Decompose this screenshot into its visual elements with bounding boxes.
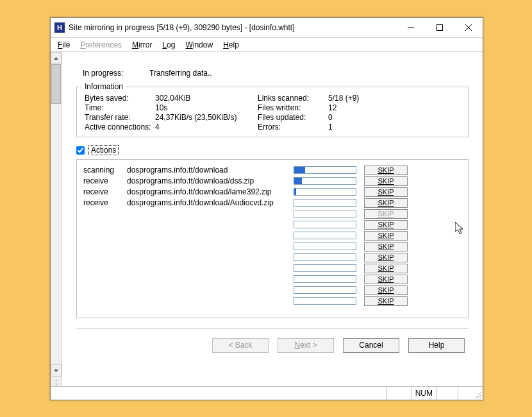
action-url: dosprograms.info.tt/download bbox=[127, 166, 294, 174]
window-buttons bbox=[396, 18, 483, 37]
maximize-button[interactable] bbox=[425, 18, 454, 37]
actions-label[interactable]: Actions bbox=[88, 145, 119, 155]
value-links-scanned: 5/18 (+9) bbox=[328, 94, 386, 103]
progress-bar bbox=[294, 286, 356, 294]
svg-line-8 bbox=[480, 397, 481, 398]
action-row: receivedosprograms.info.tt/download/Audi… bbox=[83, 198, 461, 208]
status-cell-1 bbox=[386, 387, 411, 400]
progress-bar bbox=[294, 221, 356, 228]
scroll-status-dot: ; bbox=[51, 377, 62, 386]
skip-button[interactable]: SKIP bbox=[364, 285, 408, 295]
content-pane: In progress: Transferring data.. Informa… bbox=[62, 52, 483, 386]
minimize-icon bbox=[408, 24, 414, 31]
scroll-thumb[interactable] bbox=[51, 64, 61, 104]
progress-bar bbox=[294, 243, 356, 250]
label-time: Time: bbox=[85, 103, 155, 112]
app-window: H Site mirroring in progress [5/18 (+9),… bbox=[50, 17, 483, 400]
wizard-buttons: < Back Next > Cancel Help bbox=[76, 338, 469, 353]
progress-fill bbox=[294, 189, 296, 195]
vertical-scrollbar[interactable]: ; bbox=[51, 52, 62, 386]
help-button[interactable]: Help bbox=[408, 338, 465, 353]
label-active-connections: Active connections: bbox=[85, 123, 155, 132]
value-transfer-rate: 24,37KiB/s (23,50KiB/s) bbox=[155, 113, 258, 122]
action-row: SKIP bbox=[83, 219, 461, 230]
progress-bar bbox=[294, 253, 356, 261]
action-type: receive bbox=[83, 198, 127, 207]
status-cell-3 bbox=[436, 387, 458, 400]
progress-bar bbox=[294, 264, 356, 272]
action-row: receivedosprograms.info.tt/download/dss.… bbox=[83, 176, 461, 186]
value-errors: 1 bbox=[328, 123, 386, 132]
progress-fill bbox=[294, 178, 302, 184]
skip-button[interactable]: SKIP bbox=[364, 176, 408, 186]
maximize-icon bbox=[436, 24, 443, 31]
app-icon: H bbox=[54, 22, 65, 33]
menubar: File Preferences Mirror Log Window Help bbox=[51, 38, 483, 52]
menu-window[interactable]: Window bbox=[181, 40, 217, 50]
label-files-updated: Files updated: bbox=[258, 113, 328, 122]
action-row: SKIP bbox=[83, 285, 461, 295]
action-row: SKIP bbox=[83, 252, 461, 262]
skip-button[interactable]: SKIP bbox=[364, 242, 408, 251]
chevron-down-icon bbox=[54, 370, 58, 372]
value-active-connections: 4 bbox=[155, 123, 258, 132]
scroll-up-button[interactable] bbox=[51, 52, 62, 64]
scroll-down-button[interactable] bbox=[51, 364, 62, 377]
resize-grip-icon bbox=[473, 390, 482, 399]
action-row: receivedosprograms.info.tt/download/lame… bbox=[83, 187, 461, 197]
skip-button[interactable]: SKIP bbox=[364, 231, 408, 241]
skip-button[interactable]: SKIP bbox=[364, 264, 408, 273]
menu-file[interactable]: File bbox=[53, 40, 74, 50]
action-row: SKIP bbox=[83, 241, 461, 251]
separator bbox=[76, 328, 469, 329]
progress-bar bbox=[294, 210, 356, 217]
skip-button[interactable]: SKIP bbox=[364, 253, 408, 262]
svg-rect-1 bbox=[436, 25, 442, 31]
resize-grip[interactable] bbox=[458, 387, 483, 400]
cancel-button[interactable]: Cancel bbox=[343, 338, 399, 353]
progress-bar bbox=[294, 297, 356, 305]
label-errors: Errors: bbox=[258, 123, 328, 132]
progress-label: In progress: bbox=[83, 69, 149, 78]
action-url: dosprograms.info.tt/download/lame392.zip bbox=[127, 187, 294, 196]
actions-checkbox[interactable] bbox=[76, 146, 85, 155]
next-button: Next > bbox=[278, 338, 334, 353]
action-url: dosprograms.info.tt/download/Audiocvd.zi… bbox=[127, 198, 294, 207]
progress-bar bbox=[294, 275, 356, 283]
titlebar: H Site mirroring in progress [5/18 (+9),… bbox=[51, 18, 483, 38]
skip-button: SKIP bbox=[364, 209, 408, 219]
status-num: NUM bbox=[411, 387, 436, 400]
minimize-button[interactable] bbox=[396, 18, 425, 37]
skip-button[interactable]: SKIP bbox=[364, 275, 408, 284]
close-icon bbox=[465, 24, 472, 31]
information-legend: Information bbox=[82, 82, 126, 91]
menu-help[interactable]: Help bbox=[219, 40, 244, 50]
progress-status: Transferring data.. bbox=[149, 69, 212, 78]
svg-marker-4 bbox=[54, 57, 58, 60]
menu-log[interactable]: Log bbox=[158, 40, 179, 50]
progress-fill bbox=[294, 167, 305, 173]
action-type: receive bbox=[83, 187, 127, 196]
action-url: dosprograms.info.tt/download/dss.zip bbox=[127, 176, 294, 185]
back-button: < Back bbox=[212, 338, 269, 353]
skip-button[interactable]: SKIP bbox=[364, 296, 408, 306]
skip-button[interactable]: SKIP bbox=[364, 187, 408, 197]
actions-groupbox: scanningdosprograms.info.tt/downloadSKIP… bbox=[76, 159, 469, 318]
menu-mirror[interactable]: Mirror bbox=[128, 40, 156, 50]
skip-button[interactable]: SKIP bbox=[364, 220, 408, 230]
chevron-up-icon bbox=[54, 57, 58, 60]
progress-bar bbox=[294, 177, 356, 185]
skip-button[interactable]: SKIP bbox=[364, 166, 408, 175]
scroll-track[interactable] bbox=[51, 64, 62, 364]
close-button[interactable] bbox=[454, 18, 483, 37]
value-files-updated: 0 bbox=[328, 113, 386, 122]
action-row: SKIP bbox=[83, 263, 461, 273]
statusbar: NUM bbox=[51, 386, 483, 400]
actions-header: Actions bbox=[76, 145, 469, 155]
action-row: SKIP bbox=[83, 230, 461, 241]
action-type: receive bbox=[83, 176, 127, 185]
action-row: SKIP bbox=[83, 296, 461, 306]
skip-button[interactable]: SKIP bbox=[364, 198, 408, 208]
client-area: ; In progress: Transferring data.. Infor… bbox=[51, 52, 483, 386]
label-links-scanned: Links scanned: bbox=[258, 94, 328, 103]
